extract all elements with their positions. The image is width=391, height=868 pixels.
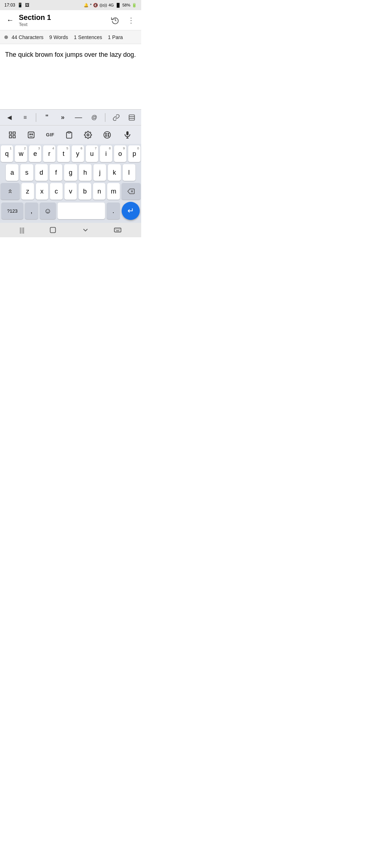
- link-icon: [113, 114, 120, 121]
- paragraphs-label: Para: [112, 34, 123, 40]
- note-icon: [128, 114, 135, 121]
- characters-label: Characters: [19, 34, 43, 40]
- key-e[interactable]: e3: [29, 145, 41, 162]
- key-t[interactable]: t5: [57, 145, 70, 162]
- paragraphs-count: 1: [108, 34, 111, 40]
- note-button[interactable]: [126, 111, 138, 124]
- editor-content: The quick brown fox jumps over the lazy …: [5, 51, 136, 58]
- period-key[interactable]: .: [107, 203, 120, 219]
- key-m[interactable]: m: [107, 183, 120, 200]
- double-arrow-right-button[interactable]: »: [57, 111, 68, 124]
- svg-rect-5: [9, 135, 12, 137]
- keyboard-icon: [114, 226, 122, 234]
- svg-rect-17: [126, 131, 129, 135]
- gif-button[interactable]: GIF: [43, 128, 58, 142]
- back-nav-button[interactable]: |||: [20, 226, 25, 234]
- svg-rect-23: [114, 228, 121, 232]
- key-z[interactable]: z: [21, 183, 34, 200]
- stats-bar: 44 Characters 9 Words 1 Sentences 1 Para: [0, 30, 141, 44]
- home-icon: [49, 226, 57, 234]
- microphone-button[interactable]: [119, 128, 136, 142]
- bluetooth-icon: *: [90, 3, 92, 7]
- at-button[interactable]: @: [88, 111, 100, 124]
- history-button[interactable]: [108, 13, 122, 27]
- key-n[interactable]: n: [93, 183, 106, 200]
- key-o[interactable]: o9: [114, 145, 126, 162]
- home-nav-button[interactable]: [49, 226, 57, 234]
- svg-point-8: [30, 133, 31, 135]
- paragraphs-stat: 1 Para: [108, 34, 123, 40]
- keyboard-utility-row: GIF: [0, 125, 141, 144]
- back-nav-icon: |||: [20, 226, 25, 234]
- key-h[interactable]: h: [79, 164, 92, 181]
- text-editor[interactable]: The quick brown fox jumps over the lazy …: [0, 44, 141, 109]
- keyboard-bottom-row: ?123 , ☺ . ↵: [1, 202, 140, 220]
- key-j[interactable]: j: [93, 164, 106, 181]
- more-options-button[interactable]: ⋮: [124, 13, 138, 27]
- clipboard-button[interactable]: [62, 128, 76, 142]
- key-u[interactable]: u7: [86, 145, 98, 162]
- key-v[interactable]: v: [64, 183, 77, 200]
- key-l[interactable]: l: [123, 164, 135, 181]
- key-k[interactable]: k: [108, 164, 121, 181]
- key-q[interactable]: q1: [1, 145, 13, 162]
- key-x[interactable]: x: [36, 183, 49, 200]
- space-key[interactable]: [58, 203, 105, 219]
- key-s[interactable]: s: [20, 164, 33, 181]
- key-a[interactable]: a: [6, 164, 18, 181]
- keyboard-row-1: q1 w2 e3 r4 t5 y6 u7 i8 o9 p0: [1, 145, 140, 162]
- num123-key[interactable]: ?123: [1, 203, 23, 219]
- keyboard-toolbar: ◀ ≡ " » — @: [0, 109, 141, 125]
- palette-button[interactable]: [100, 128, 114, 142]
- settings-button[interactable]: [81, 128, 95, 142]
- comma-key[interactable]: ,: [25, 203, 38, 219]
- svg-rect-7: [28, 132, 34, 138]
- key-g[interactable]: g: [64, 164, 77, 181]
- enter-key[interactable]: ↵: [122, 202, 140, 220]
- back-button[interactable]: ←: [3, 13, 17, 27]
- menu-lines-button[interactable]: ≡: [19, 111, 31, 124]
- key-d[interactable]: d: [35, 164, 48, 181]
- key-i[interactable]: i8: [100, 145, 112, 162]
- app-bar-title-block: Section 1 Text: [19, 13, 108, 27]
- key-b[interactable]: b: [79, 183, 91, 200]
- wifi-icon: ((o)): [100, 3, 107, 7]
- sticker-button[interactable]: [24, 128, 38, 142]
- sentences-label: Sentences: [78, 34, 102, 40]
- svg-rect-3: [9, 132, 12, 134]
- back-icon: ←: [7, 16, 14, 24]
- app-bar: ← Section 1 Text ⋮: [0, 10, 141, 30]
- svg-rect-6: [13, 135, 15, 137]
- recents-nav-button[interactable]: [81, 226, 89, 234]
- device-icon: 📱: [17, 3, 23, 8]
- shift-key[interactable]: [1, 183, 20, 200]
- key-r[interactable]: r4: [43, 145, 55, 162]
- keyboard: q1 w2 e3 r4 t5 y6 u7 i8 o9 p0 a s d f g …: [0, 144, 141, 223]
- svg-point-9: [32, 133, 33, 135]
- shift-icon: [7, 188, 13, 195]
- key-w[interactable]: w2: [15, 145, 27, 162]
- vibrate-icon: 🔇: [93, 3, 98, 8]
- dash-button[interactable]: —: [73, 111, 84, 124]
- image-icon: 🖼: [25, 3, 29, 8]
- key-f[interactable]: f: [50, 164, 62, 181]
- key-c[interactable]: c: [50, 183, 63, 200]
- backspace-key[interactable]: [122, 183, 140, 200]
- left-arrow-button[interactable]: ◀: [4, 111, 15, 124]
- keyboard-nav-button[interactable]: [114, 226, 122, 234]
- quotes-button[interactable]: ": [41, 111, 53, 124]
- status-bar: 17:03 📱 🖼 🔔 * 🔇 ((o)) 4G ▐▌ 58% 🔋: [0, 0, 141, 10]
- keyboard-row-3: z x c v b n m: [1, 183, 140, 200]
- status-right: 🔔 * 🔇 ((o)) 4G ▐▌ 58% 🔋: [84, 3, 137, 8]
- svg-point-12: [104, 131, 110, 138]
- link-button[interactable]: [110, 111, 122, 124]
- key-p[interactable]: p0: [128, 145, 140, 162]
- grid-button[interactable]: [5, 128, 20, 142]
- characters-count: 44: [12, 34, 17, 40]
- key-y[interactable]: y6: [72, 145, 84, 162]
- svg-point-15: [105, 135, 106, 136]
- settings-icon: [84, 131, 92, 139]
- words-count: 9: [49, 34, 52, 40]
- sentences-stat: 1 Sentences: [74, 34, 102, 40]
- emoji-key[interactable]: ☺: [40, 203, 56, 219]
